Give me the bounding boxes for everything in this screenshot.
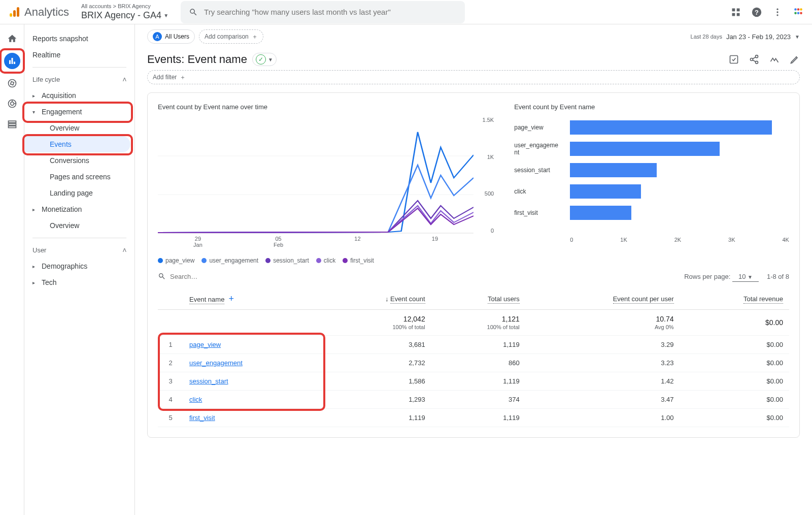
sidebar-conversions[interactable]: Conversions — [24, 152, 134, 169]
page-title: Events: Event name — [147, 53, 247, 66]
legend-item[interactable]: user_engagement — [201, 257, 258, 264]
table-row: 2user_engagement2,7328603.23$0.00 — [158, 354, 789, 372]
sidebar-realtime[interactable]: Realtime — [24, 47, 134, 63]
reports-sidebar: Reports snapshot Realtime Life cycleᐱ ▸A… — [24, 24, 135, 515]
check-icon: ✓ — [256, 54, 266, 65]
legend-item[interactable]: first_visit — [343, 257, 374, 264]
caret-right-icon: ▸ — [32, 207, 35, 212]
legend-item[interactable]: click — [316, 257, 335, 264]
chevron-down-icon: ▼ — [268, 57, 273, 62]
svg-rect-5 — [732, 13, 735, 16]
table-row: 1page_view3,6811,1193.29$0.00 — [158, 336, 789, 354]
sidebar-tech[interactable]: ▸Tech — [24, 274, 134, 291]
explore-icon[interactable] — [6, 77, 18, 89]
chip-add-filter[interactable]: Add filter＋ — [147, 70, 800, 84]
events-table: Event name+ ↓ Event count Total users Ev… — [158, 288, 789, 427]
chevron-down-icon: ▼ — [748, 274, 753, 280]
search-icon — [189, 8, 198, 17]
sidebar-mon-overview[interactable]: Overview — [24, 217, 134, 234]
sidebar-snapshot[interactable]: Reports snapshot — [24, 30, 134, 47]
line-chart-title: Event count by Event name over time — [158, 103, 494, 111]
bar-row: first_visit — [570, 202, 789, 223]
line-chart: 1.5K 1K 500 0 — [158, 117, 494, 249]
event-link[interactable]: user_engagement — [189, 359, 243, 367]
account-icon[interactable] — [793, 7, 804, 18]
search-box[interactable] — [181, 1, 465, 23]
more-vert-icon[interactable] — [772, 7, 783, 17]
search-input[interactable] — [204, 8, 457, 16]
svg-point-17 — [800, 12, 802, 14]
chip-all-users[interactable]: AAll Users — [147, 29, 195, 44]
logo-text: Analytics — [24, 6, 69, 19]
plus-icon: ＋ — [180, 73, 186, 82]
chevron-up-icon: ᐱ — [123, 77, 126, 82]
svg-rect-4 — [737, 8, 740, 11]
bar-row: click — [570, 181, 789, 202]
sidebar-acquisition[interactable]: ▸Acquisition — [24, 87, 134, 104]
sidebar-user[interactable]: Userᐱ — [24, 242, 134, 258]
chevron-up-icon: ᐱ — [123, 247, 126, 253]
legend-item[interactable]: page_view — [158, 257, 194, 264]
caret-right-icon: ▸ — [32, 280, 35, 285]
bar-chart-title: Event count by Event name — [514, 103, 789, 111]
help-icon[interactable]: ? — [751, 7, 762, 18]
nav-rail — [0, 24, 24, 515]
add-dimension-icon[interactable]: + — [228, 294, 234, 304]
sidebar-landing[interactable]: Landing page — [24, 185, 134, 201]
table-row: 3session_start1,5861,1191.42$0.00 — [158, 372, 789, 391]
advertising-icon[interactable] — [6, 98, 18, 110]
analytics-logo[interactable]: Analytics — [8, 6, 69, 19]
reports-icon[interactable] — [4, 53, 20, 69]
bar-row: session_start — [570, 159, 789, 181]
svg-rect-26 — [8, 126, 16, 127]
svg-rect-27 — [730, 56, 738, 63]
event-link[interactable]: session_start — [189, 377, 228, 385]
date-range-selector[interactable]: Last 28 daysJan 23 - Feb 19, 2023▼ — [691, 33, 800, 41]
svg-point-21 — [8, 80, 16, 87]
legend-item[interactable]: session_start — [265, 257, 309, 264]
analytics-logo-icon — [8, 6, 20, 18]
svg-point-30 — [756, 61, 758, 63]
table-row: 5first_visit1,1191,1191.00$0.00 — [158, 409, 789, 427]
event-link[interactable]: page_view — [189, 341, 221, 348]
sidebar-events[interactable]: Events — [24, 136, 130, 152]
svg-point-14 — [800, 8, 802, 11]
chevron-down-icon: ▼ — [163, 13, 168, 18]
table-row: 4click1,2933743.47$0.00 — [158, 391, 789, 409]
svg-point-13 — [797, 8, 800, 11]
svg-rect-18 — [9, 60, 11, 65]
event-link[interactable]: first_visit — [189, 414, 215, 422]
sidebar-pages[interactable]: Pages and screens — [24, 169, 134, 185]
caret-right-icon: ▸ — [32, 93, 35, 99]
svg-rect-25 — [8, 123, 16, 125]
table-search-input[interactable] — [170, 273, 255, 280]
edit-icon[interactable] — [790, 54, 800, 65]
sidebar-engagement[interactable]: ▾Engagement — [24, 104, 134, 120]
svg-point-16 — [797, 12, 800, 14]
rows-per-page-select[interactable]: 10 ▼ — [732, 273, 759, 282]
svg-point-9 — [776, 8, 778, 10]
share-icon[interactable] — [749, 54, 759, 65]
sidebar-demographics[interactable]: ▸Demographics — [24, 258, 134, 274]
chip-add-comparison[interactable]: Add comparison＋ — [199, 29, 263, 44]
event-link[interactable]: click — [189, 396, 202, 403]
svg-point-29 — [751, 58, 753, 61]
sidebar-overview[interactable]: Overview — [24, 120, 134, 136]
sort-down-icon[interactable]: ↓ — [385, 295, 389, 303]
status-pill[interactable]: ✓ ▼ — [252, 53, 277, 66]
bar-chart: page_viewuser_engagementsession_startcli… — [514, 117, 789, 234]
apps-icon[interactable] — [731, 7, 741, 17]
caret-down-icon: ▾ — [32, 109, 35, 115]
breadcrumb[interactable]: All accounts > BRIX Agency — [81, 3, 168, 9]
insights-icon[interactable] — [769, 54, 780, 65]
search-icon — [158, 272, 166, 280]
svg-point-23 — [10, 102, 14, 106]
sidebar-lifecycle[interactable]: Life cycleᐱ — [24, 72, 134, 87]
svg-rect-6 — [737, 13, 740, 16]
sidebar-monetization[interactable]: ▸Monetization — [24, 201, 134, 217]
home-icon[interactable] — [6, 33, 18, 45]
bar-row: user_engagement — [570, 138, 789, 159]
property-selector[interactable]: BRIX Agency - GA4▼ — [81, 10, 168, 21]
configure-icon[interactable] — [6, 118, 18, 130]
customize-icon[interactable] — [729, 54, 739, 65]
